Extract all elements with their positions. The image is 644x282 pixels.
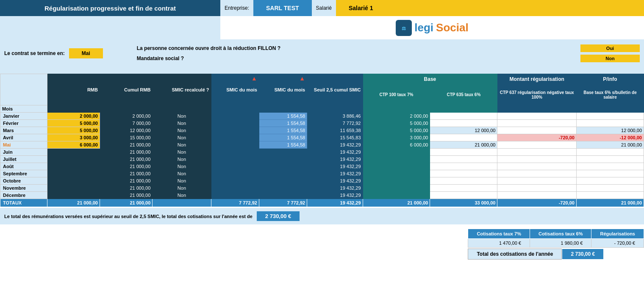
totaux-cell-4: 7 772,92 [211,199,259,207]
basetaux-cell [576,113,644,120]
ctp637-cell [497,127,577,134]
smic-mois2-cell [259,185,307,192]
cumul-cell: 7 000,00 [100,120,152,127]
info-text: Le total des rémunérations versées est s… [4,214,253,219]
rmb-cell: 2 000,00 [47,113,100,120]
ctp637-header: CTP 637 régularisation négative taux 100… [497,84,577,105]
mois-cell: Novembre [0,185,47,192]
fillon-row: La personne concernée ouvre droit à la r… [137,44,640,52]
rmb-cell [47,163,100,170]
ctp100-cell [363,192,430,199]
rmb-cell: 3 000,00 [47,134,100,141]
ctp635-cell [430,113,497,120]
mois-cell: Janvier [0,113,47,120]
table-row: Mars5 000,0012 000,00Non1 554,5811 659,3… [0,127,644,134]
basetaux-cell: 12 000,00 [576,127,644,134]
ctp635-cell [430,120,497,127]
table-row: Octobre21 000,00Non19 432,29 [0,177,644,185]
main-table: RMB Cumul RMB SMIC recalculé ? SMIC du m… [0,74,644,207]
mois-label: Mois [0,105,47,113]
totaux-cell-2: 21 000,00 [100,199,152,207]
table-row: Août21 000,00Non19 432,29 [0,163,644,170]
mandataire-row: Mandataire social ? Non [137,55,640,62]
ctp635-header: CTP 635 taux 6% [430,84,497,105]
smic-mois2-cell: 1 554,58 [259,120,307,127]
seuil-cell: 19 432,29 [307,192,363,199]
cot-header-row: Cotisations taux 7% Cotisations taux 6% … [468,229,644,239]
basetaux-cell [576,149,644,156]
logo: ⚖ legiSocial [396,20,468,36]
salarie-value: Salarié 1 [336,0,644,16]
smic-mois2-cell: 1 554,58 [259,113,307,120]
basetaux-cell [576,120,644,127]
smic-mois1-cell [211,113,259,120]
fillon-question: La personne concernée ouvre droit à la r… [137,45,576,51]
mois-cell: Mai [0,141,47,149]
table-row: Décembre21 000,00Non19 432,29 [0,192,644,199]
contract-row: Le contrat se termine en: Mai La personn… [0,39,644,67]
base-header: Base [363,74,497,84]
mois-cell: Août [0,163,47,170]
ctp100-cell: 5 000,00 [363,120,430,127]
smic-rec-cell: Non [153,113,211,120]
smic-rec-cell: Non [153,120,211,127]
cot-val3: - 720,00 € [591,239,644,248]
smic-mois2-cell: 1 554,58 [259,127,307,134]
ctp635-cell [430,170,497,177]
basetaux-cell [576,170,644,177]
smic-rec-cell: Non [153,127,211,134]
smic-mois1-cell [211,141,259,149]
totaux-cell-5: 7 772,92 [259,199,307,207]
ctp100-cell [363,163,430,170]
ctp637-cell [497,163,577,170]
ctp637-cell [497,170,577,177]
seuil-cell: 19 432,29 [307,177,363,185]
fillon-answer: Oui [580,44,640,52]
smic-mois2-cell [259,177,307,185]
mois-cell: Décembre [0,192,47,199]
logo-area: ⚖ legiSocial [220,16,644,39]
table-container: RMB Cumul RMB SMIC recalculé ? SMIC du m… [0,74,644,207]
mois-cell: Juillet [0,156,47,163]
cot-col3-header: Régularisations [591,229,644,239]
rmb-cell [47,170,100,177]
table-row: Janvier2 000,002 000,00Non1 554,583 886,… [0,113,644,120]
ctp637-cell [497,149,577,156]
smic-mois1-cell [211,120,259,127]
totaux-cell-7: 21 000,00 [363,199,430,207]
table-row: Juin21 000,00Non19 432,29 [0,149,644,156]
pinfo-header: P/info [576,74,644,84]
logo-social: Social [436,21,469,34]
seuil-header: Seuil 2,5 cumul SMIC [307,74,363,105]
smic-rec-cell: Non [153,156,211,163]
smic-mois2-cell [259,163,307,170]
fillon-section: La personne concernée ouvre droit à la r… [137,44,640,62]
logo-icon: ⚖ [396,20,412,36]
ctp100-cell [363,177,430,185]
smic-rec-cell: Non [153,170,211,177]
ctp100-cell [363,185,430,192]
smic-rec-cell: Non [153,192,211,199]
logo-row: ⚖ legiSocial [0,16,644,39]
ctp100-cell: 5 000,00 [363,127,430,134]
smic-mois1-cell [211,185,259,192]
ctp635-cell [430,192,497,199]
smic-mois1-cell [211,163,259,170]
smic-mois1-cell [211,127,259,134]
info-value: 2 730,00 € [257,211,300,221]
basetaux-cell [576,156,644,163]
mois-cell: Février [0,120,47,127]
smic-mois2-cell [259,156,307,163]
ctp635-cell [430,156,497,163]
basetaux-cell: 21 000,00 [576,141,644,149]
ctp635-cell [430,163,497,170]
ctp100-header: CTP 100 taux 7% [363,84,430,105]
rmb-cell: 5 000,00 [47,127,100,134]
header-row: Régularisation progressive et fin de con… [0,0,644,16]
basetaux-cell [576,192,644,199]
smic-mois1-cell [211,134,259,141]
info-row: Le total des rémunérations versées est s… [0,208,644,224]
main-container: Régularisation progressive et fin de con… [0,0,644,264]
smic-mois2-cell: 1 554,58 [259,134,307,141]
rmb-cell: 5 000,00 [47,120,100,127]
